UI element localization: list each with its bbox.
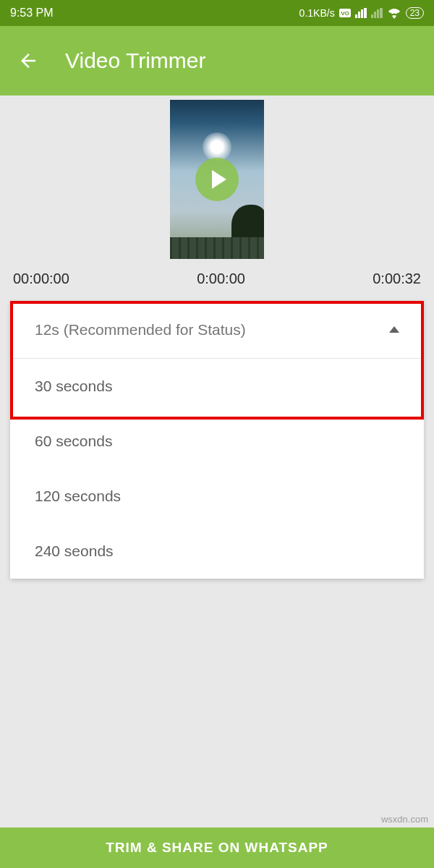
app-bar: Video Trimmer bbox=[0, 26, 434, 95]
trim-share-button[interactable]: TRIM & SHARE ON WHATSAPP bbox=[0, 827, 434, 868]
dropdown-option-30s[interactable]: 30 seconds bbox=[10, 359, 424, 414]
dropdown-selected[interactable]: 12s (Recommended for Status) bbox=[10, 301, 424, 359]
video-preview-area bbox=[0, 95, 434, 265]
cta-label: TRIM & SHARE ON WHATSAPP bbox=[106, 840, 328, 856]
dropdown-option-120s[interactable]: 120 seconds bbox=[10, 469, 424, 524]
thumbnail-content bbox=[203, 132, 231, 161]
dropdown-selected-label: 12s (Recommended for Status) bbox=[35, 321, 246, 339]
wifi-icon bbox=[387, 8, 401, 19]
end-time: 0:00:32 bbox=[373, 271, 421, 287]
dropdown-option-240s[interactable]: 240 seonds bbox=[10, 524, 424, 579]
page-title: Video Trimmer bbox=[65, 48, 206, 73]
thumbnail-content bbox=[170, 237, 264, 259]
time-indicators: 00:00:00 0:00:00 0:00:32 bbox=[0, 265, 434, 297]
signal-icon bbox=[355, 8, 367, 18]
back-arrow-icon[interactable] bbox=[17, 50, 39, 72]
status-icons: 0.1KB/s VO 23 bbox=[299, 7, 424, 19]
chevron-up-icon bbox=[389, 326, 399, 333]
start-time: 00:00:00 bbox=[13, 271, 69, 287]
network-speed: 0.1KB/s bbox=[299, 7, 335, 19]
signal-icon-2 bbox=[371, 8, 383, 18]
watermark: wsxdn.com bbox=[381, 814, 428, 825]
svg-text:VO: VO bbox=[341, 10, 349, 17]
battery-indicator: 23 bbox=[406, 7, 424, 19]
status-time: 9:53 PM bbox=[10, 7, 54, 20]
duration-dropdown[interactable]: 12s (Recommended for Status) 30 seconds … bbox=[10, 301, 424, 579]
volte-icon: VO bbox=[339, 9, 351, 17]
video-thumbnail[interactable] bbox=[170, 100, 264, 259]
play-icon[interactable] bbox=[195, 158, 239, 201]
dropdown-option-60s[interactable]: 60 seconds bbox=[10, 414, 424, 469]
current-time: 0:00:00 bbox=[197, 271, 245, 287]
status-bar: 9:53 PM 0.1KB/s VO 23 bbox=[0, 0, 434, 26]
